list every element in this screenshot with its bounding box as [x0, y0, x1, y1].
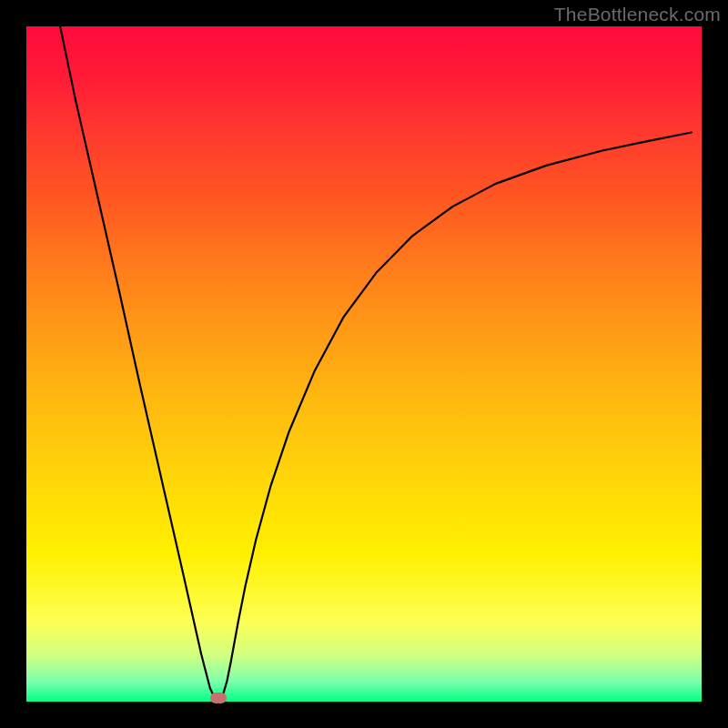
chart-frame: TheBottleneck.com	[0, 0, 728, 728]
curve-layer	[26, 26, 702, 702]
watermark-text: TheBottleneck.com	[554, 4, 721, 25]
optimum-marker	[210, 693, 227, 703]
bottleneck-curve	[60, 26, 692, 702]
plot-area	[26, 26, 702, 702]
